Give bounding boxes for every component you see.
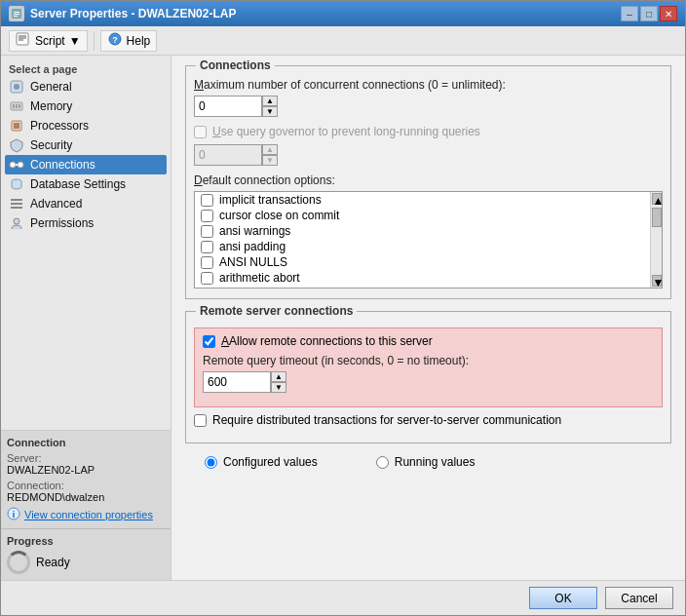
configured-values-radio[interactable]	[205, 456, 217, 469]
help-button[interactable]: ? Help	[100, 30, 158, 52]
progress-status: Ready	[36, 556, 70, 569]
remote-server-group: Remote server connections AAllow remote …	[185, 311, 671, 443]
svg-rect-15	[19, 104, 20, 108]
processors-icon	[9, 118, 24, 134]
minimize-button[interactable]: –	[621, 6, 638, 21]
sidebar-item-memory-label: Memory	[30, 99, 72, 113]
sidebar-item-advanced[interactable]: Advanced	[5, 194, 167, 213]
ansi-nulls-label: ANSI NULLS	[219, 255, 287, 269]
default-options-list: implicit transactions cursor close on co…	[194, 191, 663, 289]
sidebar-item-processors[interactable]: Processors	[5, 116, 167, 135]
script-label: Script	[35, 34, 65, 48]
sidebar-section-title: Select a page	[5, 59, 167, 77]
connections-group: Connections Maximum number of concurrent…	[185, 65, 671, 299]
advanced-icon	[9, 196, 24, 212]
timeout-input[interactable]	[203, 371, 271, 393]
connection-info-box: Connection Server: DWALZEN02-LAP Connect…	[1, 430, 171, 528]
max-connections-up[interactable]: ▲	[262, 96, 278, 106]
allow-remote-checkbox[interactable]	[203, 335, 215, 348]
sidebar-item-advanced-label: Advanced	[30, 197, 82, 211]
allow-remote-label: AAllow remote connections to this server	[221, 334, 433, 348]
timeout-up[interactable]: ▲	[271, 371, 286, 382]
ansi-warnings-checkbox[interactable]	[201, 225, 213, 238]
sidebar-item-general-label: General	[30, 80, 72, 94]
max-connections-down[interactable]: ▼	[262, 106, 278, 117]
script-button[interactable]: Script ▼	[9, 30, 88, 52]
query-governor-label: Use query governor to prevent long-runni…	[212, 125, 480, 138]
ansi-nulls-checkbox[interactable]	[201, 256, 213, 269]
list-item: ansi warnings	[195, 223, 650, 239]
svg-rect-24	[11, 207, 22, 209]
sidebar-nav: Select a page General Memory	[1, 56, 171, 430]
server-label: Server:	[7, 452, 165, 464]
title-bar: Server Properties - DWALZEN02-LAP – □ ✕	[1, 1, 685, 26]
cursor-close-checkbox[interactable]	[201, 210, 213, 222]
maximize-button[interactable]: □	[640, 6, 658, 21]
list-scrollbar[interactable]: ▲ ▼	[650, 192, 662, 288]
toolbar-separator	[94, 31, 95, 51]
configured-values-option[interactable]: Configured values	[205, 455, 318, 469]
scroll-up-arrow[interactable]: ▲	[652, 193, 662, 205]
database-settings-icon	[9, 176, 24, 192]
default-options-list-inner: implicit transactions cursor close on co…	[195, 192, 650, 288]
max-connections-spinners: ▲ ▼	[262, 96, 278, 117]
connection-label: Connection:	[7, 480, 165, 491]
svg-rect-22	[11, 203, 22, 205]
query-governor-up[interactable]: ▲	[262, 144, 278, 155]
sidebar-item-permissions[interactable]: Permissions	[5, 213, 167, 233]
main-window: Server Properties - DWALZEN02-LAP – □ ✕ …	[0, 0, 686, 616]
sidebar-item-connections[interactable]: Connections	[5, 155, 167, 174]
timeout-spinners: ▲ ▼	[271, 371, 286, 393]
sidebar-item-memory[interactable]: Memory	[5, 96, 167, 116]
ansi-padding-label: ansi padding	[219, 240, 286, 253]
query-governor-down[interactable]: ▼	[262, 155, 278, 166]
ansi-padding-checkbox[interactable]	[201, 241, 213, 253]
scrollbar-thumb[interactable]	[652, 208, 662, 227]
right-panel: Connections Maximum number of concurrent…	[172, 56, 685, 580]
cancel-button[interactable]: Cancel	[605, 587, 673, 609]
query-governor-checkbox[interactable]	[194, 126, 207, 138]
script-dropdown-icon: ▼	[69, 34, 81, 48]
max-connections-row: ▲ ▼	[194, 96, 663, 117]
sidebar-item-database-settings[interactable]: Database Settings	[5, 174, 167, 194]
arithmetic-abort-label: arithmetic abort	[219, 271, 300, 285]
query-governor-input[interactable]	[194, 144, 262, 166]
sidebar-item-security[interactable]: Security	[5, 135, 167, 155]
running-values-option[interactable]: Running values	[376, 455, 476, 469]
svg-rect-2	[14, 14, 19, 15]
help-icon: ?	[107, 32, 123, 49]
query-governor-value-row: ▲ ▼	[194, 144, 663, 166]
svg-rect-23	[11, 199, 22, 201]
running-values-radio[interactable]	[376, 456, 389, 469]
ansi-warnings-label: ansi warnings	[219, 224, 290, 238]
link-icon: i	[7, 507, 20, 522]
svg-rect-3	[14, 16, 18, 17]
max-connections-input[interactable]	[194, 96, 262, 117]
ok-button[interactable]: OK	[529, 587, 597, 609]
toolbar: Script ▼ ? Help	[1, 26, 685, 56]
sidebar-item-permissions-label: Permissions	[30, 216, 94, 230]
timeout-down[interactable]: ▼	[271, 382, 286, 393]
distributed-transactions-checkbox[interactable]	[194, 414, 207, 427]
connections-group-title: Connections	[196, 58, 275, 72]
svg-point-18	[10, 162, 16, 168]
server-value: DWALZEN02-LAP	[7, 464, 165, 476]
svg-rect-4	[17, 33, 28, 45]
view-connection-link-label: View connection properties	[24, 509, 153, 520]
sidebar-item-security-label: Security	[30, 138, 72, 152]
close-button[interactable]: ✕	[660, 6, 677, 21]
radio-row: Configured values Running values	[185, 455, 671, 469]
max-connections-label: Maximum number of concurrent connections…	[194, 78, 663, 92]
sidebar-item-database-settings-label: Database Settings	[30, 177, 126, 191]
progress-row: Ready	[7, 551, 165, 574]
connection-value: REDMOND\dwalzen	[7, 491, 165, 503]
title-bar-controls: – □ ✕	[621, 6, 677, 21]
view-connection-link[interactable]: i View connection properties	[7, 507, 165, 522]
implicit-transactions-checkbox[interactable]	[201, 194, 213, 207]
default-options-label: Default connection options:	[194, 173, 663, 187]
scroll-down-arrow[interactable]: ▼	[652, 275, 662, 287]
running-values-label: Running values	[395, 455, 476, 469]
sidebar-item-general[interactable]: General	[5, 77, 167, 96]
svg-rect-14	[16, 104, 18, 108]
arithmetic-abort-checkbox[interactable]	[201, 272, 213, 285]
